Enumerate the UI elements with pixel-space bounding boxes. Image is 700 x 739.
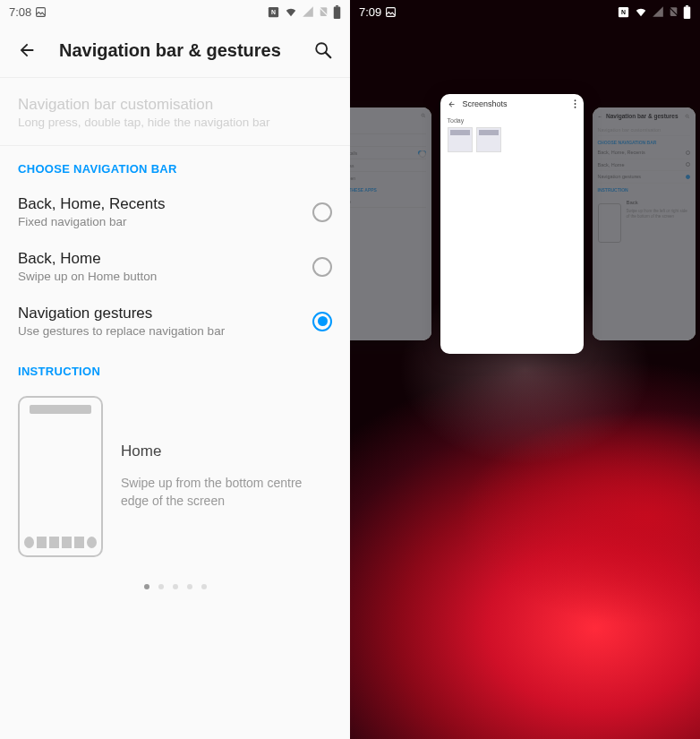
svg-rect-14	[686, 5, 688, 7]
image-icon	[35, 6, 47, 18]
dot	[201, 584, 207, 589]
recents-carousel[interactable]: ← eaker ications d party calls brightnes…	[350, 81, 700, 367]
dot-active	[144, 584, 149, 589]
radio-unselected[interactable]	[312, 257, 332, 277]
svg-point-20	[574, 107, 576, 108]
wifi-icon	[634, 5, 648, 18]
option-subtitle: Use gestures to replace navigation bar	[18, 324, 312, 338]
app-header: Navigation bar & gestures	[0, 23, 350, 78]
search-icon	[313, 40, 333, 60]
svg-text:N: N	[621, 9, 626, 15]
option-title: Navigation gestures	[18, 305, 312, 322]
svg-rect-9	[387, 7, 396, 16]
page-title: Navigation bar & gestures	[59, 40, 291, 61]
recents-card-left[interactable]: ← eaker ications d party calls brightnes…	[350, 107, 431, 340]
status-time: 7:09	[359, 5, 381, 19]
radio-selected[interactable]	[312, 312, 332, 331]
svg-point-19	[574, 103, 576, 105]
svg-point-18	[574, 99, 576, 101]
dot	[187, 584, 192, 589]
section-label: Today	[448, 117, 576, 124]
status-bar: 7:09 N	[350, 0, 700, 23]
dot	[158, 584, 164, 589]
no-sim-icon	[668, 5, 679, 18]
wifi-icon	[284, 5, 298, 18]
option-subtitle: Swipe up on Home button	[18, 270, 312, 283]
dot	[173, 584, 178, 589]
image-icon	[385, 6, 397, 18]
instruction-subtitle: Swipe up from the bottom centre edge of …	[121, 475, 332, 510]
signal-icon	[302, 5, 314, 18]
option-back-home-recents[interactable]: Back, Home, Recents Fixed navigation bar	[0, 185, 350, 239]
option-title: Back, Home	[18, 250, 312, 268]
back-button[interactable]	[16, 39, 38, 61]
option-title: Back, Home, Recents	[18, 195, 312, 213]
svg-text:N: N	[271, 9, 276, 15]
page-indicator	[0, 566, 350, 607]
arrow-left-icon	[17, 40, 37, 60]
nfc-icon: N	[267, 5, 280, 19]
no-sim-icon	[318, 5, 329, 18]
more-icon	[574, 99, 576, 108]
disabled-subtitle: Long press, double tap, hide the navigat…	[18, 116, 332, 129]
instruction-area[interactable]: Home Swipe up from the bottom centre edg…	[0, 387, 350, 566]
instruction-title: Home	[121, 443, 332, 460]
phone-illustration	[18, 396, 103, 557]
nav-customisation-disabled: Navigation bar customisation Long press,…	[0, 78, 350, 146]
recents-screen: 7:09 N ← eaker ications d party calls br…	[350, 0, 700, 739]
status-time: 7:08	[9, 5, 31, 19]
recents-card-screenshots[interactable]: Screenshots Today	[440, 94, 584, 354]
option-subtitle: Fixed navigation bar	[18, 215, 312, 228]
signal-icon	[652, 5, 664, 18]
search-button[interactable]	[312, 39, 334, 61]
recents-card-right[interactable]: ← Navigation bar & gestures Navigation b…	[593, 107, 696, 340]
disabled-title: Navigation bar customisation	[18, 96, 332, 114]
svg-rect-15	[684, 6, 691, 19]
option-navigation-gestures[interactable]: Navigation gestures Use gestures to repl…	[0, 294, 350, 348]
option-back-home[interactable]: Back, Home Swipe up on Home button	[0, 239, 350, 294]
instruction-header: INSTRUCTION	[0, 348, 350, 387]
thumbnail	[476, 127, 501, 152]
arrow-left-icon	[448, 100, 456, 108]
nfc-icon: N	[617, 5, 630, 19]
svg-rect-5	[336, 5, 338, 7]
choose-nav-header: CHOOSE NAVIGATION BAR	[0, 146, 350, 185]
settings-screen: 7:08 N Navigation bar & gestures Navigat…	[0, 0, 350, 739]
radio-unselected[interactable]	[312, 202, 332, 222]
card-title: Screenshots	[463, 99, 508, 108]
battery-icon	[333, 5, 341, 19]
svg-rect-0	[37, 7, 46, 16]
status-bar: 7:08 N	[0, 0, 350, 23]
thumbnail	[448, 127, 473, 152]
svg-line-8	[326, 53, 331, 58]
battery-icon	[683, 5, 691, 19]
svg-rect-6	[334, 6, 341, 19]
